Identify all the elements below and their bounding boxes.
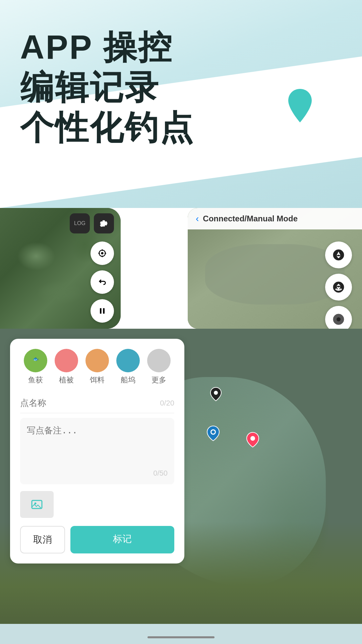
hero-title-line2: 编辑记录 bbox=[20, 67, 194, 107]
left-map-controls bbox=[90, 241, 114, 323]
left-top-bar: LOG bbox=[0, 208, 121, 239]
location-btn[interactable] bbox=[90, 241, 114, 265]
dialog-icons-row: 🐟 鱼获 植被 饵料 bbox=[20, 349, 174, 385]
pause-btn[interactable] bbox=[90, 299, 114, 323]
icon-fish[interactable]: 🐟 鱼获 bbox=[24, 349, 47, 385]
right-top-bar: ‹ Connected/Manual Mode bbox=[188, 208, 362, 229]
note-textarea[interactable] bbox=[27, 425, 168, 465]
motor-down-btn[interactable] bbox=[325, 274, 352, 301]
svg-point-14 bbox=[212, 430, 215, 434]
dialog-buttons: 取消 标记 bbox=[20, 526, 174, 553]
icon-dock-label: 船坞 bbox=[121, 375, 135, 385]
icon-plant-label: 植被 bbox=[59, 375, 74, 385]
hero-location-pin bbox=[285, 87, 315, 125]
svg-point-12 bbox=[214, 391, 218, 395]
svg-point-8 bbox=[333, 250, 344, 260]
svg-point-0 bbox=[101, 252, 104, 255]
right-map-water bbox=[205, 244, 345, 305]
name-input-row: 0/20 bbox=[20, 393, 174, 413]
icon-bait[interactable]: 饵料 bbox=[85, 349, 109, 385]
svg-text:🐟: 🐟 bbox=[33, 356, 39, 362]
icon-bait-label: 饵料 bbox=[90, 375, 105, 385]
point-name-input[interactable] bbox=[20, 398, 160, 408]
right-map-controls bbox=[325, 241, 352, 329]
confirm-button[interactable]: 标记 bbox=[70, 526, 174, 553]
hero-title-line3: 个性化钓点 bbox=[20, 107, 194, 148]
note-container: 0/50 bbox=[20, 418, 174, 484]
map-pin-blue bbox=[206, 425, 220, 443]
image-upload-btn[interactable] bbox=[20, 491, 54, 518]
hero-section: APP 操控 编辑记录 个性化钓点 bbox=[0, 0, 362, 208]
svg-point-9 bbox=[333, 282, 344, 292]
left-app-screenshot: LOG bbox=[0, 208, 121, 329]
motor-up-btn[interactable] bbox=[325, 241, 352, 268]
icon-plant[interactable]: 植被 bbox=[55, 349, 78, 385]
return-btn[interactable] bbox=[90, 270, 114, 294]
icon-more-label: 更多 bbox=[152, 375, 166, 385]
svg-rect-6 bbox=[100, 308, 102, 314]
screenshots-section: LOG bbox=[0, 208, 362, 329]
map-pin-red bbox=[246, 432, 259, 449]
image-area bbox=[20, 491, 174, 518]
bottom-section: 🐟 鱼获 植被 饵料 bbox=[0, 329, 362, 644]
home-bar-area bbox=[0, 624, 362, 644]
name-counter: 0/20 bbox=[160, 399, 174, 408]
hero-title-line1: APP 操控 bbox=[20, 27, 194, 67]
hero-text: APP 操控 编辑记录 个性化钓点 bbox=[20, 27, 194, 148]
log-button[interactable]: LOG bbox=[70, 213, 90, 233]
right-app-screenshot: ‹ Connected/Manual Mode bbox=[188, 208, 362, 329]
icon-more[interactable]: 更多 bbox=[147, 349, 171, 385]
back-chevron-icon[interactable]: ‹ bbox=[196, 213, 199, 224]
connection-status: Connected/Manual Mode bbox=[203, 214, 298, 223]
home-indicator bbox=[147, 636, 215, 638]
svg-point-16 bbox=[250, 436, 255, 441]
icon-fish-label: 鱼获 bbox=[28, 375, 43, 385]
svg-point-19 bbox=[35, 502, 37, 504]
svg-rect-7 bbox=[103, 308, 105, 314]
map-pin-black bbox=[210, 387, 222, 401]
cancel-button[interactable]: 取消 bbox=[20, 526, 65, 553]
motor-stop-btn[interactable] bbox=[325, 306, 352, 329]
icon-dock[interactable]: 船坞 bbox=[116, 349, 140, 385]
dialog-box: 🐟 鱼获 植被 饵料 bbox=[10, 339, 184, 564]
svg-point-11 bbox=[337, 317, 341, 321]
settings-button[interactable] bbox=[94, 213, 114, 233]
note-counter: 0/50 bbox=[27, 469, 168, 478]
